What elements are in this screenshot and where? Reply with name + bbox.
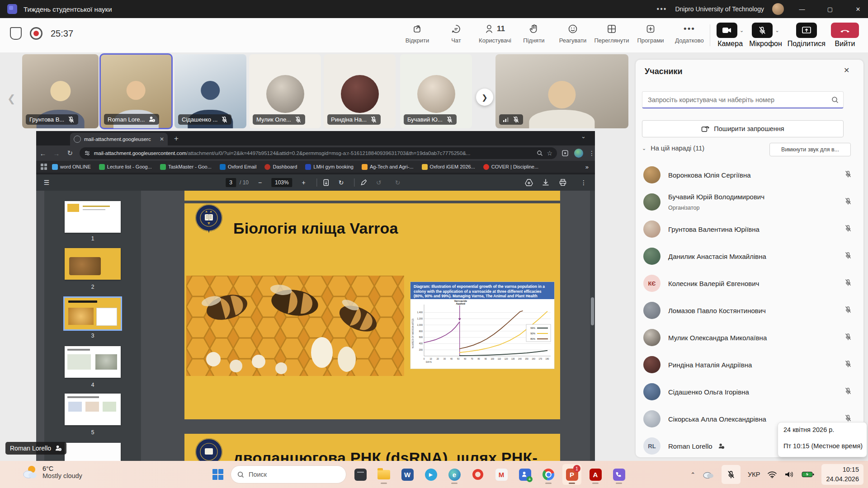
onedrive-cloud-icon[interactable] [703, 470, 714, 479]
browser-profile-avatar[interactable] [574, 149, 583, 158]
pdf-page-input[interactable]: 3 [226, 178, 236, 187]
redo-icon[interactable]: ↻ [390, 179, 406, 186]
mic-off-icon[interactable] [844, 414, 852, 422]
participant-row[interactable]: Данилик Анастасія Михайлівна [636, 243, 863, 270]
popout-button[interactable]: Відкрити [398, 23, 437, 48]
forward-icon[interactable]: → [50, 150, 63, 157]
view-button[interactable]: Переглянути [592, 23, 631, 48]
browser-menu-icon[interactable]: ⋮ [589, 150, 595, 157]
mic-off-icon[interactable] [844, 252, 852, 259]
zoom-in-icon[interactable]: + [296, 179, 311, 186]
tab-close-icon[interactable]: ✕ [160, 136, 164, 142]
bookmark[interactable]: LMH gym booking [302, 162, 357, 171]
mic-off-icon[interactable] [844, 279, 852, 286]
save-to-drive-icon[interactable] [524, 178, 540, 187]
print-icon[interactable] [559, 178, 574, 187]
maximize-button[interactable]: ▢ [820, 0, 840, 18]
pdf-scrollbar[interactable] [590, 191, 595, 461]
video-tile[interactable]: Риндіна На... [324, 54, 396, 128]
taskbar-search[interactable]: Поиск [231, 465, 346, 483]
raise-hand-button[interactable]: Підняти [514, 23, 553, 48]
mic-off-icon[interactable] [844, 197, 852, 205]
apps-grid-icon[interactable] [41, 164, 47, 170]
browser-tab[interactable]: mail-attachment.googleuserc ✕ [70, 133, 168, 145]
mic-off-icon[interactable] [844, 170, 852, 178]
bookmark[interactable]: Lecture list - Goog... [96, 162, 155, 171]
camera-chevron-icon[interactable]: ⌄ [740, 28, 744, 33]
back-icon[interactable]: ← [36, 150, 50, 157]
participant-row[interactable]: КЄКолесник Валерій Євгенович [636, 270, 863, 297]
page-thumbnail-selected[interactable] [65, 298, 121, 329]
bookmark[interactable]: Ag-Tech and Agri-... [359, 162, 417, 171]
user-avatar[interactable] [772, 3, 784, 15]
bookmark[interactable]: Oxford iGEM 2026... [419, 162, 478, 171]
participant-search[interactable] [642, 91, 844, 108]
mute-all-button[interactable]: Вимкнути звук для в... [769, 143, 851, 156]
mic-off-icon[interactable] [844, 306, 852, 313]
strip-prev-icon[interactable]: ❮ [7, 93, 15, 105]
taskbar-app-edge[interactable]: e [445, 464, 464, 485]
participant-row[interactable]: Мулик Олександра Миколаївна [636, 324, 863, 351]
titlebar-more-icon[interactable]: ••• [657, 5, 667, 13]
apps-button[interactable]: Програми [631, 23, 670, 48]
pdf-zoom-level[interactable]: 103% [271, 178, 292, 187]
bookmarks-overflow-icon[interactable]: » [585, 164, 589, 170]
page-thumbnail[interactable] [65, 443, 121, 461]
bookmark[interactable]: Dashboard [261, 162, 300, 171]
share-control[interactable]: Поділитися [788, 23, 826, 48]
bookmark[interactable]: COVER | Discipline... [480, 162, 542, 171]
start-button[interactable] [212, 469, 223, 480]
mic-off-icon[interactable] [844, 225, 852, 232]
fit-page-icon[interactable] [323, 179, 330, 186]
download-icon[interactable] [542, 178, 557, 187]
participant-row[interactable]: Грунтова Валентина Юріївна [636, 216, 863, 243]
taskbar-app-acrobat[interactable]: A [586, 464, 605, 485]
participant-row[interactable]: Ломазов Павло Костянтинович [636, 297, 863, 324]
chat-button[interactable]: Чат [437, 23, 476, 48]
taskbar-app-file-explorer[interactable] [374, 464, 393, 485]
tray-mic-muted[interactable] [722, 465, 741, 484]
video-tile[interactable]: Бучавий Ю... [400, 54, 472, 128]
bookmark[interactable]: Oxford Email [217, 162, 260, 171]
taskbar-app-opera[interactable] [468, 464, 487, 485]
clock[interactable]: 10:15 24.04.2026 [821, 464, 863, 485]
reload-icon[interactable]: ↻ [63, 149, 77, 157]
zoom-page-icon[interactable] [537, 150, 543, 156]
bookmark-star-icon[interactable]: ☆ [547, 150, 552, 157]
mic-control[interactable]: ⌄ Мікрофон [749, 23, 782, 48]
weather-widget[interactable]: 6°C Mostly cloudy [22, 465, 82, 480]
camera-control[interactable]: ⌄ Камера [717, 23, 744, 48]
more-button[interactable]: ••• Додатково [670, 23, 709, 48]
new-tab-button[interactable]: + [174, 134, 179, 143]
taskbar-app-terminal[interactable] [351, 464, 370, 485]
taskbar-app-viber[interactable] [609, 464, 628, 485]
close-button[interactable]: ✕ [848, 0, 868, 18]
battery-icon[interactable] [802, 471, 814, 478]
bookmark[interactable]: TaskMaster - Goo... [157, 162, 215, 171]
zoom-out-icon[interactable]: − [252, 179, 268, 186]
participant-row[interactable]: Бучавий Юрій ВолодимировичОрганізатор [636, 188, 863, 216]
pdf-menu-icon[interactable]: ☰ [39, 179, 54, 186]
bookmark[interactable]: word ONLINE [49, 162, 94, 171]
page-thumbnail[interactable] [65, 248, 121, 280]
minimize-button[interactable]: — [792, 0, 812, 18]
page-thumbnail[interactable] [65, 201, 121, 233]
volume-icon[interactable] [784, 471, 794, 478]
participants-button[interactable]: 11 Користувачі [476, 23, 514, 48]
share-invite-button[interactable]: Поширити запрошення [642, 120, 844, 137]
address-bar[interactable]: mail-attachment.googleusercontent.com/at… [80, 147, 557, 159]
taskbar-app-telegram[interactable]: ▶ [421, 464, 440, 485]
leave-button[interactable] [831, 23, 859, 38]
undo-icon[interactable]: ↺ [371, 179, 387, 186]
participant-row[interactable]: Сідашенко Ольга Ігорівна [636, 378, 863, 405]
participant-search-input[interactable] [647, 96, 831, 104]
pdf-scrollbar-thumb[interactable] [591, 297, 594, 325]
participant-row[interactable]: Риндіна Наталія Андріївна [636, 351, 863, 378]
participant-row[interactable]: Воронкова Юлія Сергіївна [636, 161, 863, 188]
taskbar-app-word[interactable]: W [398, 464, 417, 485]
mic-off-icon[interactable] [844, 387, 852, 394]
video-tile[interactable]: Сідашенко ... [175, 54, 246, 128]
section-in-meeting[interactable]: ⌄ На цій нараді (11) [642, 145, 704, 152]
taskbar-app-people[interactable]: + [515, 464, 534, 485]
mic-off-icon[interactable] [844, 333, 852, 340]
